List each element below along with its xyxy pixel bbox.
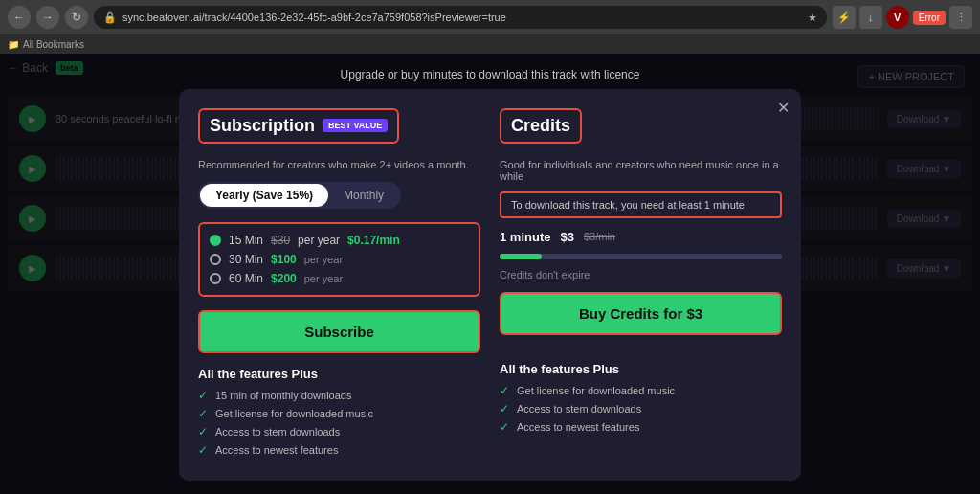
- buy-credits-button[interactable]: Buy Credits for $3: [500, 292, 782, 335]
- subscription-title: Subscription: [210, 116, 315, 136]
- extensions-button[interactable]: ⚡: [833, 6, 856, 29]
- bookmarks-folder-icon: 📁: [8, 39, 19, 50]
- check-icon: ✓: [500, 402, 509, 415]
- bookmarks-label: All Bookmarks: [23, 39, 84, 50]
- subscription-features-title: All the features Plus: [198, 367, 480, 381]
- feature-label: Access to newest features: [215, 444, 338, 456]
- check-icon: ✓: [500, 420, 509, 434]
- check-icon: ✓: [500, 384, 509, 397]
- feature-label: 15 min of monthly downloads: [215, 390, 351, 401]
- plan-option-15[interactable]: 15 Min $30 per year $0.17/min: [210, 234, 469, 247]
- yearly-toggle[interactable]: Yearly (Save 15%): [200, 184, 328, 207]
- bookmarks-bar: 📁 All Bookmarks: [0, 34, 980, 54]
- feature-label: Access to stem downloads: [517, 403, 641, 415]
- browser-toolbar: ← → ↻ 🔒 sync.beatoven.ai/track/4400e136-…: [0, 0, 980, 34]
- feature-label: Get license for downloaded music: [517, 385, 675, 396]
- subscription-header: Subscription BEST VALUE: [198, 108, 399, 144]
- monthly-toggle[interactable]: Monthly: [328, 184, 399, 207]
- credits-panel: Credits Good for individuals and creator…: [500, 108, 782, 461]
- slider-fill: [500, 254, 542, 259]
- credits-description: Good for individuals and creators who ne…: [500, 159, 782, 182]
- feature-label: Access to newest features: [517, 421, 639, 433]
- slider-track: [500, 254, 782, 259]
- back-nav-button[interactable]: ←: [8, 6, 31, 29]
- feature-label: Access to stem downloads: [215, 426, 340, 438]
- credits-header: Credits: [500, 108, 582, 144]
- feature-item: ✓ Access to stem downloads: [198, 425, 480, 438]
- billing-toggle-group: Yearly (Save 15%) Monthly: [198, 182, 401, 209]
- credits-amount-row: 1 minute $3 $3/min: [500, 230, 782, 244]
- credits-title: Credits: [511, 116, 570, 136]
- plan-option-60[interactable]: 60 Min $200 per year: [210, 272, 469, 285]
- plan-15-period: per year: [298, 234, 340, 247]
- check-icon: ✓: [198, 425, 208, 438]
- profile-avatar[interactable]: V: [886, 6, 909, 29]
- credits-features-title: All the features Plus: [500, 362, 782, 376]
- modal-close-button[interactable]: ✕: [777, 99, 790, 117]
- plan-15-original-price: $30: [271, 234, 290, 247]
- credits-price-per-min: $3/min: [584, 231, 615, 242]
- plan-30-price: $100: [271, 253, 297, 266]
- feature-item: ✓ Get license for downloaded music: [198, 407, 480, 420]
- check-icon: ✓: [198, 443, 208, 457]
- credits-price: $3: [560, 230, 573, 244]
- forward-nav-button[interactable]: →: [36, 6, 59, 29]
- subscription-panel: Subscription BEST VALUE Recommended for …: [198, 108, 480, 461]
- plan-option-30[interactable]: 30 Min $100 per year: [210, 253, 469, 266]
- page-background: ← Back beta + NEW PROJECT ▶ 30 seconds p…: [0, 54, 980, 494]
- subscription-description: Recommended for creators who make 2+ vid…: [198, 159, 480, 170]
- subscription-features: All the features Plus ✓ 15 min of monthl…: [198, 367, 480, 457]
- check-icon: ✓: [198, 407, 208, 420]
- plan-options: 15 Min $30 per year $0.17/min 30 Min $10…: [198, 222, 480, 297]
- credits-notice: To download this track, you need at leas…: [500, 191, 782, 218]
- feature-item: ✓ Access to newest features: [198, 443, 480, 457]
- feature-item: ✓ Access to newest features: [500, 420, 782, 434]
- reload-button[interactable]: ↻: [65, 6, 88, 29]
- plan-30-label: 30 Min: [229, 253, 263, 266]
- download-button[interactable]: ↓: [859, 6, 882, 29]
- subscribe-button[interactable]: Subscribe: [198, 310, 480, 353]
- modal-overlay: Upgrade or buy minutes to download this …: [0, 54, 980, 494]
- plan-60-label: 60 Min: [229, 272, 263, 285]
- browser-actions: ⚡ ↓ V Error ⋮: [833, 6, 972, 29]
- modal-container: ✕ Subscription BEST VALUE Recommended fo…: [179, 89, 801, 481]
- plan-60-period: per year: [304, 273, 343, 284]
- error-badge: Error: [913, 11, 946, 25]
- best-value-badge: BEST VALUE: [323, 119, 388, 132]
- plan-30-period: per year: [304, 254, 343, 265]
- radio-60: [210, 273, 221, 284]
- credits-expire-note: Credits don't expire: [500, 269, 782, 281]
- check-icon: ✓: [198, 389, 208, 402]
- browser-chrome: ← → ↻ 🔒 sync.beatoven.ai/track/4400e136-…: [0, 0, 980, 54]
- feature-label: Get license for downloaded music: [215, 408, 373, 419]
- credits-slider[interactable]: [500, 254, 782, 259]
- radio-15-selected: [210, 235, 221, 246]
- plan-15-rate: $0.17/min: [347, 234, 400, 247]
- feature-item: ✓ 15 min of monthly downloads: [198, 389, 480, 402]
- menu-button[interactable]: ⋮: [949, 6, 972, 29]
- feature-item: ✓ Get license for downloaded music: [500, 384, 782, 397]
- plan-60-price: $200: [271, 272, 297, 285]
- url-text: sync.beatoven.ai/track/4400e136-2e32-45f…: [122, 11, 506, 23]
- url-bar[interactable]: 🔒 sync.beatoven.ai/track/4400e136-2e32-4…: [94, 6, 827, 29]
- feature-item: ✓ Access to stem downloads: [500, 402, 782, 415]
- radio-30: [210, 254, 221, 265]
- plan-15-label: 15 Min: [229, 234, 263, 247]
- modal-subtitle: Upgrade or buy minutes to download this …: [341, 68, 640, 81]
- credits-amount-label: 1 minute: [500, 230, 550, 244]
- credits-features: All the features Plus ✓ Get license for …: [500, 362, 782, 434]
